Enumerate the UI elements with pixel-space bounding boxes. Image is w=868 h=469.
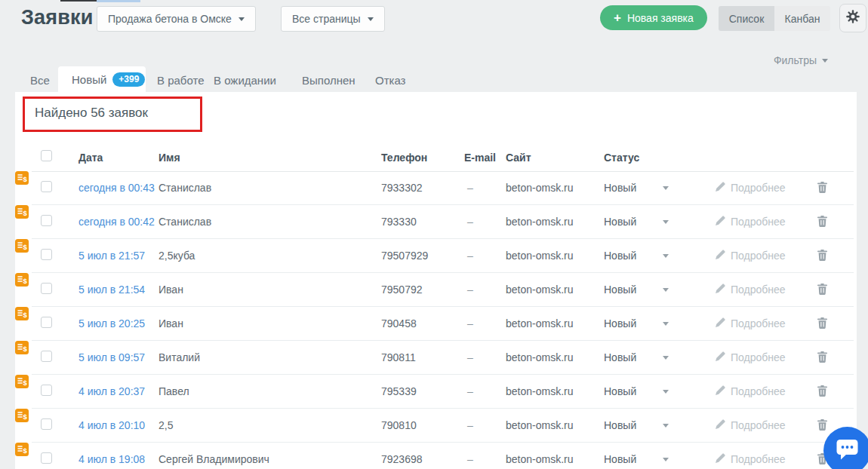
table-row: $ 4 июл в 19:08 Сергей Владимирович 7923… (15, 443, 857, 469)
tab-all[interactable]: Все (30, 74, 50, 87)
row-checkbox[interactable] (41, 215, 52, 226)
view-toggle-kanban[interactable]: Канбан (774, 6, 830, 31)
request-phone: 790811 (381, 351, 416, 363)
chevron-down-icon[interactable] (663, 186, 669, 190)
row-checkbox[interactable] (41, 181, 52, 192)
trash-icon[interactable] (817, 216, 827, 229)
status-select[interactable]: Новый (604, 419, 636, 431)
chevron-down-icon (368, 17, 374, 21)
details-button[interactable]: Подробнее (716, 385, 786, 397)
tab-new[interactable]: Новый +399 (58, 66, 146, 92)
chevron-down-icon[interactable] (663, 288, 669, 292)
trash-icon[interactable] (817, 250, 827, 263)
chevron-down-icon[interactable] (663, 424, 669, 428)
request-date-link[interactable]: сегодня в 00:42 (78, 216, 155, 228)
pencil-icon (716, 385, 725, 397)
table-row: $ 5 июл в 09:57 Виталий 790811 – beton-o… (15, 341, 857, 375)
row-checkbox[interactable] (41, 418, 52, 430)
pencil-icon (716, 317, 725, 330)
request-phone: 795339 (381, 385, 417, 397)
details-button[interactable]: Подробнее (716, 419, 786, 431)
request-date-link[interactable]: 4 июл в 20:37 (78, 385, 145, 397)
status-select[interactable]: Новый (604, 284, 636, 296)
status-select[interactable]: Новый (604, 453, 636, 465)
column-header-status: Статус (604, 152, 639, 164)
chevron-down-icon[interactable] (663, 220, 669, 224)
svg-text:$: $ (23, 379, 28, 387)
request-phone: 790458 (381, 317, 417, 330)
project-selector-dropdown[interactable]: Продажа бетона в Омске (97, 6, 256, 32)
status-select[interactable]: Новый (604, 250, 636, 262)
row-checkbox[interactable] (41, 317, 52, 328)
details-button[interactable]: Подробнее (716, 453, 786, 465)
details-button[interactable]: Подробнее (716, 351, 786, 363)
svg-text:$: $ (23, 175, 28, 183)
table-row: $ 5 июл в 21:54 Иван 7950792 – beton-oms… (15, 273, 857, 307)
tab-completed[interactable]: Выполнен (302, 74, 356, 87)
request-name: Станислав (159, 216, 211, 228)
column-header-email: E-mail (464, 152, 496, 164)
table-body: $ сегодня в 00:43 Станислав 7933302 – be… (15, 171, 857, 469)
chevron-down-icon[interactable] (663, 356, 669, 360)
details-label: Подробнее (731, 351, 786, 363)
status-select[interactable]: Новый (604, 216, 636, 228)
details-button[interactable]: Подробнее (716, 284, 786, 296)
trash-icon[interactable] (817, 351, 827, 365)
trash-icon[interactable] (817, 419, 827, 433)
trash-icon[interactable] (817, 182, 827, 195)
status-select[interactable]: Новый (604, 317, 636, 330)
chevron-down-icon[interactable] (663, 458, 669, 461)
project-selector-label: Продажа бетона в Омске (108, 13, 232, 25)
svg-text:$: $ (23, 311, 28, 319)
chevron-down-icon[interactable] (663, 322, 669, 326)
tab-pending[interactable]: В ожидании (214, 74, 276, 87)
chat-bubble-icon (836, 438, 859, 464)
status-select[interactable]: Новый (604, 351, 636, 363)
request-date-link[interactable]: 5 июл в 20:25 (78, 317, 145, 330)
details-button[interactable]: Подробнее (716, 250, 786, 262)
settings-button[interactable] (839, 4, 866, 32)
details-label: Подробнее (731, 250, 786, 262)
status-select[interactable]: Новый (604, 182, 636, 194)
chat-button[interactable] (823, 427, 868, 469)
svg-text:$: $ (23, 412, 28, 421)
row-checkbox[interactable] (41, 249, 52, 260)
filters-toggle[interactable]: Фильтры (774, 54, 828, 66)
chevron-down-icon[interactable] (663, 390, 669, 394)
request-phone: 79507929 (381, 250, 428, 262)
details-button[interactable]: Подробнее (716, 317, 786, 330)
request-date-link[interactable]: 5 июл в 21:57 (78, 250, 145, 262)
view-toggle-list[interactable]: Список (719, 6, 774, 31)
status-select[interactable]: Новый (604, 385, 636, 397)
row-checkbox[interactable] (41, 283, 52, 294)
details-button[interactable]: Подробнее (716, 182, 786, 194)
request-date-link[interactable]: 5 июл в 21:54 (78, 284, 145, 296)
tab-in-progress[interactable]: В работе (157, 74, 205, 87)
row-checkbox[interactable] (41, 351, 52, 362)
table-row: $ 5 июл в 20:25 Иван 790458 – beton-omsk… (15, 307, 857, 341)
pencil-icon (716, 250, 725, 262)
results-summary: Найдено 56 заявок (35, 106, 148, 121)
new-request-button[interactable]: + Новая заявка (600, 5, 707, 30)
trash-icon[interactable] (817, 284, 827, 297)
request-phone: 793330 (381, 216, 417, 228)
request-site: beton-omsk.ru (506, 453, 573, 465)
trash-icon[interactable] (817, 317, 827, 331)
request-date-link[interactable]: 5 июл в 09:57 (78, 351, 145, 363)
select-all-checkbox[interactable] (41, 150, 52, 161)
row-checkbox[interactable] (41, 385, 52, 396)
pages-selector-dropdown[interactable]: Все страницы (281, 6, 385, 32)
request-name: 2,5 (159, 419, 173, 431)
chevron-down-icon[interactable] (663, 254, 669, 258)
plus-icon: + (614, 11, 621, 24)
details-button[interactable]: Подробнее (716, 216, 786, 228)
request-date-link[interactable]: 4 июл в 19:08 (78, 453, 145, 465)
row-checkbox[interactable] (41, 452, 52, 464)
view-toggle: Список Канбан (719, 6, 830, 31)
column-header-phone: Телефон (381, 152, 427, 164)
request-date-link[interactable]: 4 июл в 20:10 (78, 419, 145, 431)
trash-icon[interactable] (817, 385, 827, 399)
request-site: beton-omsk.ru (506, 385, 573, 397)
request-date-link[interactable]: сегодня в 00:43 (78, 182, 155, 194)
tab-declined[interactable]: Отказ (375, 74, 405, 87)
